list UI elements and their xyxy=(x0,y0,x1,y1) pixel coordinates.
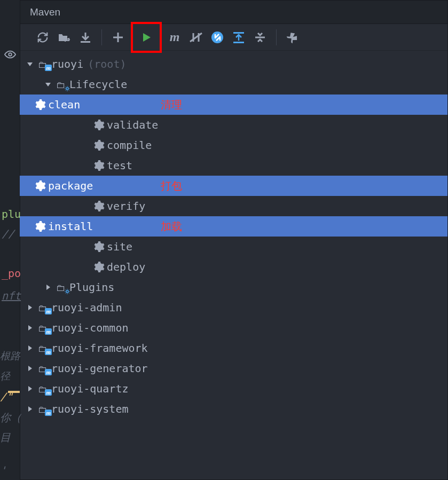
chevron-right-icon[interactable] xyxy=(23,344,36,352)
lifecycle-goal-compile[interactable]: compile xyxy=(20,135,447,155)
code-text: ' xyxy=(0,464,6,477)
generate-sources-button[interactable] xyxy=(53,27,75,48)
gear-icon xyxy=(33,180,48,191)
lifecycle-goal-package[interactable]: package 打包 xyxy=(1,176,447,196)
refresh-button[interactable] xyxy=(32,27,53,48)
tree-node-label: ruoyi-system xyxy=(51,403,129,415)
tree-node-label: Plugins xyxy=(69,281,114,294)
svg-rect-1 xyxy=(81,41,90,43)
download-sources-button[interactable] xyxy=(75,27,96,48)
lifecycle-goal-validate[interactable]: validate xyxy=(20,115,447,135)
gear-icon xyxy=(92,262,107,272)
tree-node-label: ruoyi-admin xyxy=(51,301,122,314)
lifecycle-goal-verify[interactable]: verify xyxy=(20,196,447,216)
maven-module-icon: 🗀m xyxy=(36,322,51,333)
toolbar-separator xyxy=(101,29,102,45)
tree-node-module[interactable]: 🗀m ruoyi-common xyxy=(20,318,447,338)
maven-project-tree[interactable]: 🗀m ruoyi (root) 🗀 Lifecycle clean 清理 xyxy=(20,51,447,479)
tree-node-label: clean xyxy=(48,98,80,111)
run-button[interactable] xyxy=(140,32,152,43)
toolbar-separator xyxy=(276,29,277,45)
tree-node-label: deploy xyxy=(107,261,145,273)
chevron-right-icon[interactable] xyxy=(23,304,36,311)
panel-title-bar: Maven xyxy=(20,1,447,24)
tree-node-plugins[interactable]: 🗀 Plugins xyxy=(20,277,447,297)
maven-module-icon: 🗀m xyxy=(36,59,51,69)
tree-node-label: ruoyi-generator xyxy=(51,362,148,375)
svg-point-7 xyxy=(211,32,223,43)
code-text: // xyxy=(2,227,14,240)
tree-node-label: package xyxy=(48,179,93,192)
gear-icon xyxy=(33,99,48,110)
svg-line-6 xyxy=(190,33,202,42)
svg-rect-9 xyxy=(233,42,244,43)
gear-icon xyxy=(92,201,107,211)
toggle-skip-tests-button[interactable] xyxy=(207,27,228,48)
toggle-offline-button[interactable] xyxy=(185,27,207,48)
gear-icon xyxy=(92,160,107,171)
tree-node-label: validate xyxy=(107,119,158,131)
gear-icon xyxy=(33,221,48,232)
annotation-text: 打包 xyxy=(161,179,182,193)
code-text: plu xyxy=(2,208,21,221)
gear-icon xyxy=(92,140,107,151)
svg-point-12 xyxy=(66,290,68,293)
maven-module-icon: 🗀m xyxy=(36,404,51,414)
lifecycle-goal-clean[interactable]: clean 清理 xyxy=(1,95,447,115)
code-text: 你（ xyxy=(0,411,21,425)
chevron-right-icon[interactable] xyxy=(23,385,36,392)
maven-tool-window: Maven xyxy=(20,0,448,480)
tree-node-label: ruoyi xyxy=(51,58,83,70)
tree-node-module[interactable]: 🗀m ruoyi-admin xyxy=(20,297,447,318)
execute-goal-button[interactable]: m xyxy=(164,27,185,48)
maven-module-icon: 🗀m xyxy=(36,363,51,374)
chevron-down-icon[interactable] xyxy=(42,81,54,88)
tree-node-root[interactable]: 🗀m ruoyi (root) xyxy=(20,54,447,74)
chevron-right-icon[interactable] xyxy=(23,324,36,332)
show-dependencies-button[interactable] xyxy=(228,27,249,48)
maven-module-icon: 🗀m xyxy=(36,343,51,353)
annotation-text: 清理 xyxy=(161,98,182,112)
lifecycle-goal-deploy[interactable]: deploy xyxy=(20,257,447,277)
tree-node-module[interactable]: 🗀m ruoyi-generator xyxy=(20,358,447,379)
gear-icon xyxy=(92,241,107,252)
folder-config-icon: 🗀 xyxy=(54,282,69,293)
maven-module-icon: 🗀m xyxy=(36,302,51,313)
tree-node-module[interactable]: 🗀m ruoyi-system xyxy=(20,399,447,419)
chevron-down-icon[interactable] xyxy=(23,60,36,68)
tree-node-module[interactable]: 🗀m ruoyi-framework xyxy=(20,338,447,358)
tree-node-label: ruoyi-framework xyxy=(51,342,148,355)
svg-point-0 xyxy=(9,53,12,56)
annotation-text: 加载 xyxy=(161,219,182,234)
tree-node-label: ruoyi-quartz xyxy=(51,382,129,395)
tree-node-label: site xyxy=(107,240,132,253)
chevron-right-icon[interactable] xyxy=(23,365,36,372)
run-button-highlight xyxy=(131,22,162,53)
tree-node-label: verify xyxy=(107,200,145,213)
tree-node-label: ruoyi-common xyxy=(51,321,129,334)
chevron-right-icon[interactable] xyxy=(23,405,36,413)
collapse-all-button[interactable] xyxy=(249,27,271,48)
code-text: nft xyxy=(2,289,21,302)
code-text: 径 xyxy=(0,369,10,383)
add-button[interactable] xyxy=(107,27,129,48)
maven-toolbar: m xyxy=(20,24,447,51)
lifecycle-goal-test[interactable]: test xyxy=(20,155,447,176)
tree-node-module[interactable]: 🗀m ruoyi-quartz xyxy=(20,379,447,399)
tree-node-suffix: (root) xyxy=(88,58,126,70)
folder-config-icon: 🗀 xyxy=(54,79,69,90)
svg-point-11 xyxy=(66,88,68,90)
visibility-icon[interactable] xyxy=(4,48,17,61)
code-text: _po xyxy=(2,267,21,280)
code-text: 根路 xyxy=(0,349,20,363)
tree-node-label: install xyxy=(48,220,93,233)
gear-icon xyxy=(92,120,107,130)
svg-rect-8 xyxy=(233,32,244,34)
chevron-right-icon[interactable] xyxy=(42,284,54,291)
lifecycle-goal-install[interactable]: install 加载 xyxy=(1,216,447,237)
lifecycle-goal-site[interactable]: site xyxy=(20,237,447,257)
settings-button[interactable] xyxy=(282,27,303,48)
code-text: 目 xyxy=(0,430,11,445)
tree-node-lifecycle[interactable]: 🗀 Lifecycle xyxy=(20,74,447,95)
tree-node-label: Lifecycle xyxy=(69,78,127,91)
